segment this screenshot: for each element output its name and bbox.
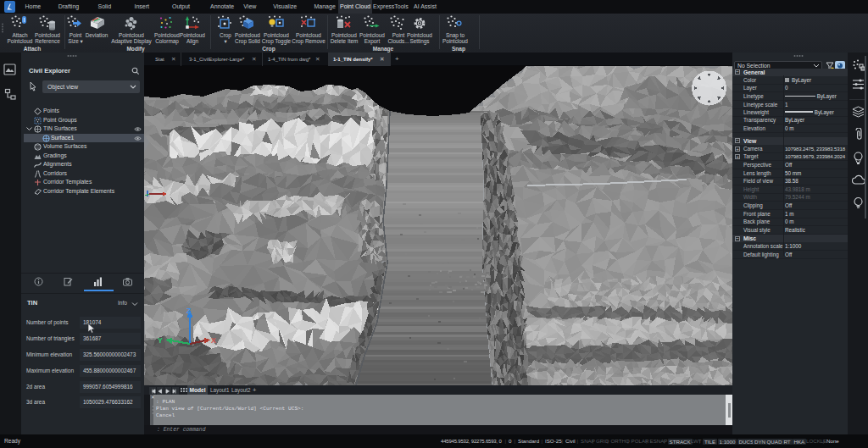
- svg-text:Z: Z: [186, 307, 191, 315]
- svg-text:Y: Y: [158, 336, 163, 345]
- svg-text:X: X: [211, 336, 216, 345]
